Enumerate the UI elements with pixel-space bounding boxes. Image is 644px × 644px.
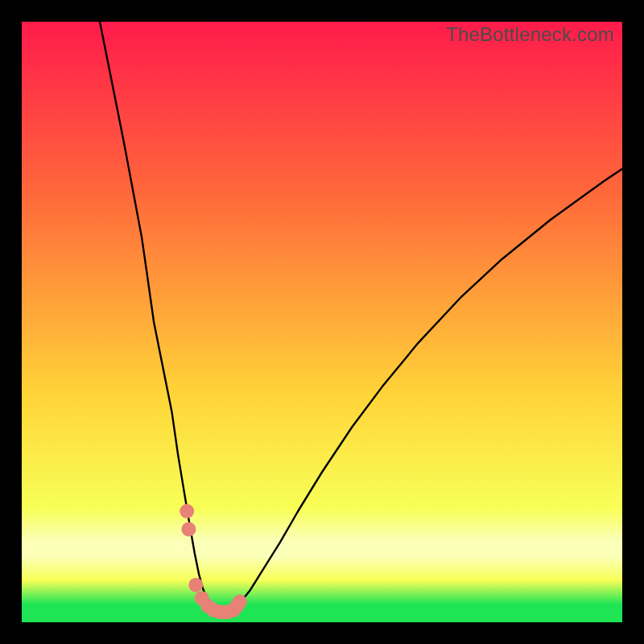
marker-dot [233, 595, 247, 609]
marker-dot [180, 504, 194, 518]
marker-dot [188, 578, 203, 592]
curve-layer [22, 22, 622, 622]
bottleneck-curve [100, 22, 622, 613]
plot-area: TheBottleneck.com [22, 22, 622, 622]
marker-dot [181, 522, 196, 536]
outer-frame: TheBottleneck.com [0, 0, 644, 644]
watermark-text: TheBottleneck.com [446, 23, 614, 46]
